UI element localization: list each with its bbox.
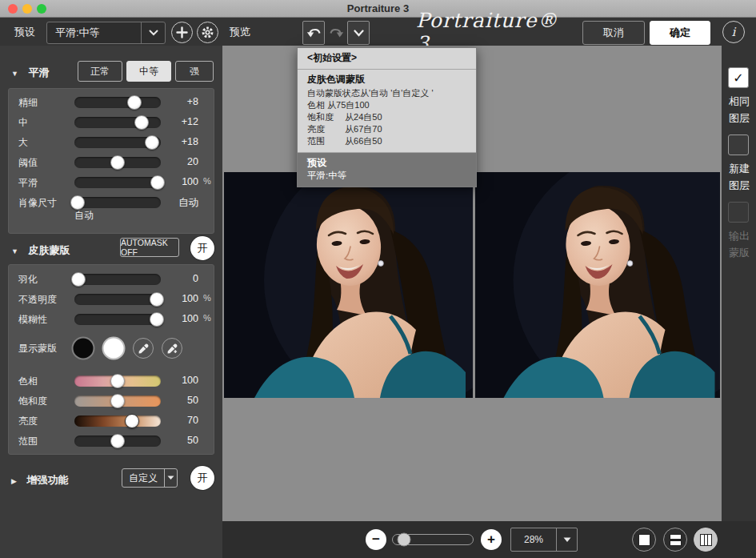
zoom-in-button[interactable]: + <box>481 529 502 550</box>
slider-value: 50 <box>165 395 198 406</box>
mask-white-swatch[interactable] <box>102 337 126 360</box>
fuzziness-slider[interactable] <box>74 314 161 325</box>
smoothing-slider[interactable] <box>74 177 161 188</box>
cancel-button[interactable]: 取消 <box>582 21 645 45</box>
luminance-slider[interactable] <box>74 415 161 427</box>
info-icon: i <box>732 25 736 39</box>
enhancements-preset-select[interactable]: 自定义 <box>122 468 178 488</box>
status-bar: − + 28% <box>222 521 756 558</box>
history-entry-line: 亮度 从67自70 <box>307 123 466 135</box>
history-entry-line: 色相 从75自100 <box>307 99 466 111</box>
settings-button[interactable] <box>197 22 218 43</box>
slider-thumb[interactable] <box>110 374 125 388</box>
mode-strong-button[interactable]: 强 <box>175 61 214 82</box>
feather-slider[interactable] <box>74 274 161 285</box>
slider-thumb[interactable] <box>110 434 125 448</box>
slider-label: 大 <box>18 136 28 150</box>
new-layer-checkbox[interactable] <box>728 134 749 155</box>
opacity-slider[interactable] <box>74 294 161 305</box>
smoothing-slider-group: 精细 +8 中 +12 大 +18 阈值 20 平滑 <box>8 88 214 234</box>
eyedropper-button[interactable] <box>133 338 154 359</box>
skin-mask-section-header[interactable]: ▼ 皮肤蒙版 <box>11 243 70 258</box>
single-view-button[interactable] <box>632 528 656 552</box>
undo-button[interactable] <box>302 21 325 45</box>
fine-slider[interactable] <box>74 97 161 108</box>
maximize-window-button[interactable] <box>37 4 46 14</box>
zoom-level-select[interactable]: 28% <box>510 528 578 552</box>
chevron-down-icon <box>164 469 177 487</box>
slider-label: 中 <box>18 116 28 130</box>
checkmark-icon: ✓ <box>733 70 743 86</box>
info-button[interactable]: i <box>722 21 745 43</box>
enhancements-preset-value: 自定义 <box>122 469 164 487</box>
history-selected-title: 预设 <box>307 156 466 170</box>
preview-label: 预览 <box>230 20 250 44</box>
close-window-button[interactable] <box>8 4 18 14</box>
medium-slider[interactable] <box>74 117 161 128</box>
mode-medium-button[interactable]: 中等 <box>126 61 171 82</box>
chevron-down-icon <box>141 22 165 43</box>
slider-thumb[interactable] <box>71 272 86 287</box>
enhancements-power-button[interactable]: 开 <box>190 466 214 490</box>
slider-label: 肖像尺寸 <box>18 196 57 210</box>
skin-mask-title: 皮肤蒙版 <box>28 244 70 256</box>
horizontal-split-view-button[interactable] <box>663 528 687 552</box>
slider-thumb[interactable] <box>134 115 149 130</box>
slider-unit: % <box>203 293 211 303</box>
slider-value: 100 <box>165 176 198 187</box>
slider-thumb[interactable] <box>125 414 139 428</box>
saturation-slider[interactable] <box>74 395 161 407</box>
slider-thumb[interactable] <box>127 95 142 110</box>
slider-thumb[interactable] <box>110 155 125 170</box>
smoothing-title: 平滑 <box>28 66 49 78</box>
history-dropdown-button[interactable] <box>347 21 370 45</box>
slider-thumb[interactable] <box>150 312 164 327</box>
preview-image-after[interactable] <box>475 172 720 398</box>
slider-label: 平滑 <box>18 176 38 190</box>
add-preset-button[interactable] <box>171 22 193 43</box>
eyedropper-add-button[interactable] <box>162 338 182 359</box>
zoom-slider-thumb[interactable] <box>398 533 411 547</box>
vertical-split-view-button[interactable] <box>694 528 718 552</box>
slider-thumb[interactable] <box>150 292 164 307</box>
slider-label: 饱和度 <box>18 395 47 408</box>
chevron-down-icon <box>354 30 364 37</box>
mask-black-swatch[interactable] <box>72 337 95 360</box>
slider-value: 自动 <box>165 196 198 210</box>
same-layer-checkbox[interactable]: ✓ <box>728 67 749 88</box>
automask-button[interactable]: AUTOMASK OFF <box>120 238 179 257</box>
zoom-slider[interactable] <box>392 534 474 545</box>
redo-button[interactable] <box>325 21 347 45</box>
hue-slider[interactable] <box>74 375 161 387</box>
history-item-preset-selected[interactable]: 预设 平滑:中等 <box>298 153 476 187</box>
minus-icon: − <box>372 532 380 548</box>
large-slider[interactable] <box>74 137 161 148</box>
slider-thumb[interactable] <box>70 195 85 210</box>
mode-normal-button[interactable]: 正常 <box>78 61 122 82</box>
smoothing-section-header[interactable]: ▼ 平滑 <box>11 65 49 80</box>
slider-label: 阈值 <box>18 156 38 170</box>
threshold-slider[interactable] <box>74 157 161 168</box>
minimize-window-button[interactable] <box>22 4 32 14</box>
history-item-initial[interactable]: <初始设置> <box>298 48 476 70</box>
preview-image-before[interactable] <box>224 172 473 398</box>
undo-icon <box>306 26 322 39</box>
slider-thumb[interactable] <box>145 135 159 150</box>
slider-unit: % <box>203 176 211 186</box>
left-panel: ▼ 平滑 正常 中等 强 精细 +8 中 +12 大 +18 <box>0 46 222 558</box>
slider-thumb[interactable] <box>150 175 165 190</box>
preset-select[interactable]: 平滑:中等 <box>46 22 166 44</box>
output-mask-checkbox[interactable] <box>728 202 749 223</box>
history-entry-title: 皮肤色调蒙版 <box>307 73 466 86</box>
skin-mask-power-button[interactable]: 开 <box>190 236 214 260</box>
slider-value: +8 <box>165 96 198 107</box>
zoom-out-button[interactable]: − <box>366 529 386 550</box>
history-entry-line: 自动蒙版状态从'自动 '自'自定义 ' <box>307 87 466 99</box>
slider-thumb[interactable] <box>110 394 125 408</box>
enhancements-section-header[interactable]: ▶ 增强功能 <box>11 472 68 488</box>
history-item-skin-tone-mask[interactable]: 皮肤色调蒙版 自动蒙版状态从'自动 '自'自定义 ' 色相 从75自100 饱和… <box>298 70 476 153</box>
portrait-size-slider[interactable] <box>74 197 161 208</box>
slider-value: 50 <box>165 435 198 446</box>
latitude-slider[interactable] <box>74 436 161 447</box>
ok-button[interactable]: 确定 <box>650 21 710 45</box>
